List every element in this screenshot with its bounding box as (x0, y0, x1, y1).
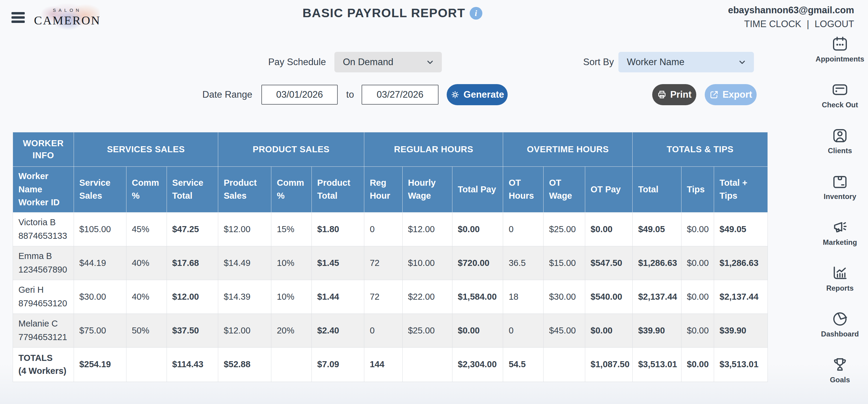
totals-cell (402, 347, 452, 382)
info-icon[interactable]: i (470, 7, 482, 20)
table-cell: 10% (271, 280, 312, 313)
generate-button[interactable]: Generate (447, 84, 508, 105)
table-cell: $2,137.44 (632, 280, 681, 313)
megaphone-icon (832, 219, 848, 236)
pay-schedule-value: On Demand (343, 57, 393, 68)
column-header: Service Total (166, 167, 218, 212)
account-email: ebayshannon63@gmail.com (728, 5, 854, 16)
table-cell: 18 (503, 280, 544, 313)
table-cell: $0.00 (585, 212, 632, 246)
table-cell: 0 (364, 212, 403, 246)
sidebar-item-label: Clients (828, 146, 852, 155)
date-to-input[interactable] (362, 85, 438, 105)
totals-cell: $3,513.01 (714, 347, 768, 382)
table-cell: 40% (126, 246, 166, 280)
group-header: PRODUCT SALES (218, 132, 364, 167)
generate-label: Generate (464, 89, 504, 100)
table-cell: $47.25 (166, 212, 218, 246)
table-column-header-row: Worker NameWorker IDService SalesComm %S… (13, 167, 768, 212)
group-header: OVERTIME HOURS (503, 132, 632, 167)
worker-name: Emma B (19, 249, 68, 263)
column-header-worker: Worker NameWorker ID (13, 167, 74, 212)
table-cell: $14.49 (218, 246, 271, 280)
table-cell: $25.00 (402, 313, 452, 347)
sidebar-item-appointments[interactable]: Appointments (815, 36, 864, 63)
sort-by-value: Worker Name (627, 57, 684, 68)
account-area: ebayshannon63@gmail.com TIME CLOCK | LOG… (728, 5, 854, 30)
table-cell: $10.00 (402, 246, 452, 280)
column-header: Reg Hour (364, 167, 403, 212)
table-cell: $75.00 (74, 313, 126, 347)
table-cell: $25.00 (544, 212, 585, 246)
sidebar-item-dashboard[interactable]: Dashboard (821, 310, 859, 338)
pie-chart-icon (832, 310, 848, 328)
sidebar-item-goals[interactable]: Goals (830, 357, 850, 384)
external-link-icon (709, 90, 719, 100)
date-from-input[interactable] (261, 85, 338, 105)
worker-info-cell: Victoria B8874653133 (13, 212, 74, 246)
sort-by-select[interactable]: Worker Name (618, 52, 754, 72)
totals-cell: $7.09 (312, 347, 364, 382)
time-clock-link[interactable]: TIME CLOCK (744, 19, 801, 30)
totals-cell: 54.5 (503, 347, 544, 382)
link-separator: | (807, 19, 809, 30)
sidebar-item-reports[interactable]: Reports (826, 265, 854, 293)
table-cell: $39.90 (714, 313, 768, 347)
worker-name: Victoria B (19, 215, 68, 229)
right-sidebar: AppointmentsCheck OutClientsInventoryMar… (812, 36, 868, 384)
sidebar-item-label: Check Out (822, 101, 858, 109)
column-header: Comm % (126, 167, 166, 212)
table-cell: $39.90 (632, 313, 681, 347)
totals-cell: $52.88 (218, 347, 271, 382)
column-header: OT Hours (503, 167, 544, 212)
table-cell: $1,584.00 (452, 280, 503, 313)
worker-id: 1234567890 (19, 263, 68, 276)
table-cell: $1.44 (312, 280, 364, 313)
table-cell: 15% (271, 212, 312, 246)
column-header: OT Pay (585, 167, 632, 212)
table-cell: $12.00 (218, 313, 271, 347)
sidebar-item-clients[interactable]: Clients (828, 127, 852, 155)
table-cell: 0 (503, 313, 544, 347)
column-header: Service Sales (74, 167, 126, 212)
menu-icon[interactable] (11, 12, 25, 23)
sidebar-item-label: Inventory (824, 192, 856, 201)
table-cell: 40% (126, 280, 166, 313)
table-row: Victoria B8874653133$105.0045%$47.25$12.… (13, 212, 768, 246)
totals-cell (126, 347, 166, 382)
group-header: TOTALS & TIPS (632, 132, 768, 167)
print-button[interactable]: Print (652, 84, 696, 105)
column-header: Product Sales (218, 167, 271, 212)
table-cell: 45% (126, 212, 166, 246)
chevron-down-icon (738, 58, 747, 67)
table-cell: $547.50 (585, 246, 632, 280)
logout-link[interactable]: LOGOUT (814, 19, 854, 30)
table-cell: $0.00 (452, 313, 503, 347)
credit-card-icon (832, 81, 848, 98)
table-cell: 20% (271, 313, 312, 347)
pay-schedule-label: Pay Schedule (250, 57, 326, 68)
sidebar-item-label: Marketing (823, 238, 857, 247)
sidebar-item-check-out[interactable]: Check Out (822, 81, 858, 109)
table-group-header-row: WORKER INFOSERVICES SALESPRODUCT SALESRE… (13, 132, 768, 167)
sidebar-item-label: Goals (830, 376, 850, 384)
trophy-icon (832, 357, 848, 373)
sidebar-item-inventory[interactable]: Inventory (824, 173, 856, 201)
payroll-table: WORKER INFOSERVICES SALESPRODUCT SALESRE… (13, 132, 768, 382)
pay-schedule-select[interactable]: On Demand (334, 52, 442, 72)
logo-salon-text: SALON (53, 7, 82, 13)
table-cell: $22.00 (402, 280, 452, 313)
export-button[interactable]: Export (705, 84, 756, 105)
worker-name: Melanie C (19, 317, 68, 330)
totals-cell: $254.19 (74, 347, 126, 382)
table-cell: $0.00 (681, 280, 714, 313)
sidebar-item-marketing[interactable]: Marketing (823, 219, 857, 247)
table-cell: 72 (364, 246, 403, 280)
table-cell: 10% (271, 246, 312, 280)
table-cell: $49.05 (632, 212, 681, 246)
table-cell: $14.39 (218, 280, 271, 313)
table-row: Geri H8794653120$30.0040%$12.00$14.3910%… (13, 280, 768, 313)
column-header: Hourly Wage (402, 167, 452, 212)
totals-cell: $2,304.00 (452, 347, 503, 382)
table-cell: $1.80 (312, 212, 364, 246)
